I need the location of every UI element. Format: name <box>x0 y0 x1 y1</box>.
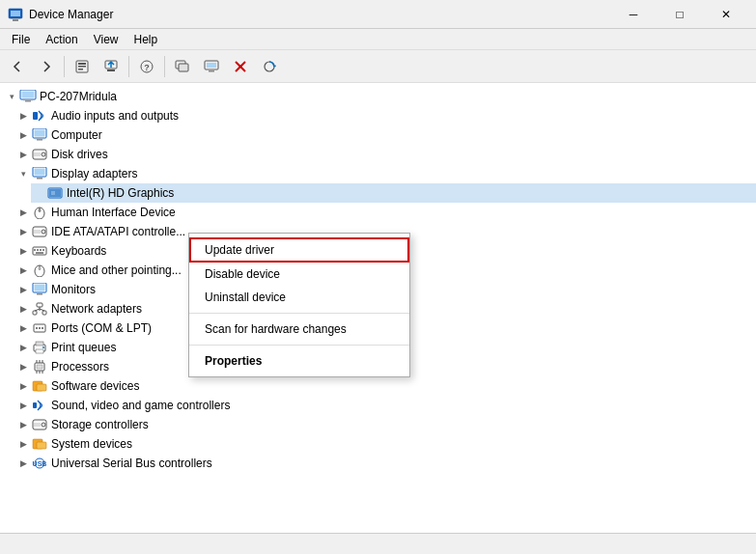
sound-icon <box>31 398 48 413</box>
ctx-update-driver[interactable]: Update driver <box>189 237 409 263</box>
processors-expand[interactable]: ▶ <box>15 359 31 374</box>
help-button[interactable]: ? <box>133 53 160 80</box>
back-button[interactable] <box>4 53 31 80</box>
toolbar-sep-2 <box>128 56 129 77</box>
root-expand[interactable]: ▾ <box>4 89 19 104</box>
toolbar: ? <box>0 50 756 83</box>
display-icon <box>31 166 48 181</box>
network-expand[interactable]: ▶ <box>15 301 31 317</box>
keyboard-expand[interactable]: ▶ <box>15 243 31 259</box>
svg-rect-56 <box>37 293 42 295</box>
computer-icon <box>19 89 37 104</box>
forward-button[interactable] <box>33 53 60 80</box>
sound-expand[interactable]: ▶ <box>15 398 31 413</box>
menu-file[interactable]: File <box>4 31 38 48</box>
tree-system[interactable]: ▶ System devices <box>15 434 756 454</box>
tree-root[interactable]: ▾ PC-207Mridula <box>0 87 756 106</box>
usb-icon: USB <box>31 456 48 471</box>
svg-rect-44 <box>34 230 41 234</box>
ctx-properties[interactable]: Properties <box>189 349 409 373</box>
svg-rect-47 <box>37 249 39 251</box>
svg-rect-59 <box>42 311 46 315</box>
computer-button[interactable] <box>198 53 225 80</box>
hid-label: Human Interface Device <box>51 206 176 219</box>
disk-label: Disk drives <box>51 148 108 161</box>
app-icon <box>8 7 23 22</box>
processor-icon <box>31 359 48 374</box>
software-expand[interactable]: ▶ <box>15 378 31 394</box>
tree-intel-graphics[interactable]: Intel(R) HD Graphics <box>31 183 756 203</box>
svg-point-31 <box>42 152 45 156</box>
ide-expand[interactable]: ▶ <box>15 224 31 239</box>
computer-expand[interactable]: ▶ <box>15 127 31 143</box>
svg-rect-27 <box>35 130 45 137</box>
svg-point-66 <box>42 327 43 329</box>
hid-expand[interactable]: ▶ <box>15 205 31 220</box>
menu-bar: File Action View Help <box>0 29 756 50</box>
print-icon <box>31 340 48 355</box>
audio-label: Audio inputs and outputs <box>51 109 179 123</box>
svg-point-43 <box>42 230 45 234</box>
svg-point-64 <box>36 327 38 329</box>
ctx-scan-hardware[interactable]: Scan for hardware changes <box>189 318 409 341</box>
tree-hid[interactable]: ▶ Human Interface Device <box>15 203 756 222</box>
svg-line-61 <box>35 309 40 311</box>
tree-sound[interactable]: ▶ Sound, video and game controllers <box>15 396 756 415</box>
storage-expand[interactable]: ▶ <box>15 417 31 432</box>
mice-expand[interactable]: ▶ <box>15 263 31 278</box>
svg-rect-57 <box>37 303 42 307</box>
ctx-sep <box>189 313 409 314</box>
monitors-expand[interactable]: ▶ <box>15 282 31 297</box>
ctx-disable-device[interactable]: Disable device <box>189 263 409 286</box>
menu-help[interactable]: Help <box>126 31 166 48</box>
menu-view[interactable]: View <box>86 31 126 48</box>
print-expand[interactable]: ▶ <box>15 340 31 355</box>
ports-icon <box>31 320 48 336</box>
close-button[interactable]: ✕ <box>704 0 748 29</box>
software-icon <box>31 378 48 394</box>
tree-audio[interactable]: ▶ Audio inputs and outputs <box>15 106 756 125</box>
scan-button[interactable] <box>256 53 283 80</box>
audio-expand[interactable]: ▶ <box>15 108 31 124</box>
svg-point-53 <box>39 266 42 270</box>
svg-rect-81 <box>33 402 37 408</box>
maximize-button[interactable]: □ <box>658 0 702 29</box>
properties-button[interactable] <box>69 53 96 80</box>
svg-rect-3 <box>11 18 20 19</box>
minimize-button[interactable]: ─ <box>611 0 656 29</box>
svg-line-62 <box>40 309 44 311</box>
monitors-label: Monitors <box>51 283 96 296</box>
show-all-button[interactable] <box>169 53 196 80</box>
gpu-icon <box>46 185 64 201</box>
ports-expand[interactable]: ▶ <box>15 320 31 336</box>
svg-rect-6 <box>78 66 86 68</box>
window-controls: ─ □ ✕ <box>611 0 748 29</box>
menu-action[interactable]: Action <box>38 31 85 48</box>
tree-software[interactable]: ▶ Software devices <box>15 376 756 396</box>
ctx-uninstall-device[interactable]: Uninstall device <box>189 286 409 309</box>
svg-rect-7 <box>78 69 83 70</box>
tree-display[interactable]: ▾ Display adapters <box>15 164 756 183</box>
update-driver-button[interactable] <box>98 53 125 80</box>
tree-disk[interactable]: ▶ Disk drives <box>15 145 756 164</box>
disk-expand[interactable]: ▶ <box>15 147 31 162</box>
ctx-sep-2 <box>189 345 409 346</box>
tree-usb[interactable]: ▶ USB Universal Serial Bus controllers <box>15 454 756 473</box>
sound-label: Sound, video and game controllers <box>51 399 230 412</box>
uninstall-button[interactable] <box>227 53 254 80</box>
svg-rect-80 <box>37 384 46 391</box>
svg-rect-15 <box>207 63 216 68</box>
tree-storage[interactable]: ▶ Storage controllers <box>15 415 756 434</box>
usb-expand[interactable]: ▶ <box>15 456 31 471</box>
mice-label: Mice and other pointing... <box>51 263 182 277</box>
svg-rect-46 <box>34 249 36 251</box>
window-title: Device Manager <box>29 8 611 21</box>
svg-rect-72 <box>37 365 42 369</box>
svg-rect-16 <box>209 70 214 72</box>
display-label: Display adapters <box>51 167 137 180</box>
tree-computer[interactable]: ▶ Computer <box>15 125 756 145</box>
usb-label: Universal Serial Bus controllers <box>51 457 212 470</box>
svg-rect-13 <box>179 64 188 71</box>
system-expand[interactable]: ▶ <box>15 436 31 452</box>
display-expand[interactable]: ▾ <box>15 166 31 181</box>
